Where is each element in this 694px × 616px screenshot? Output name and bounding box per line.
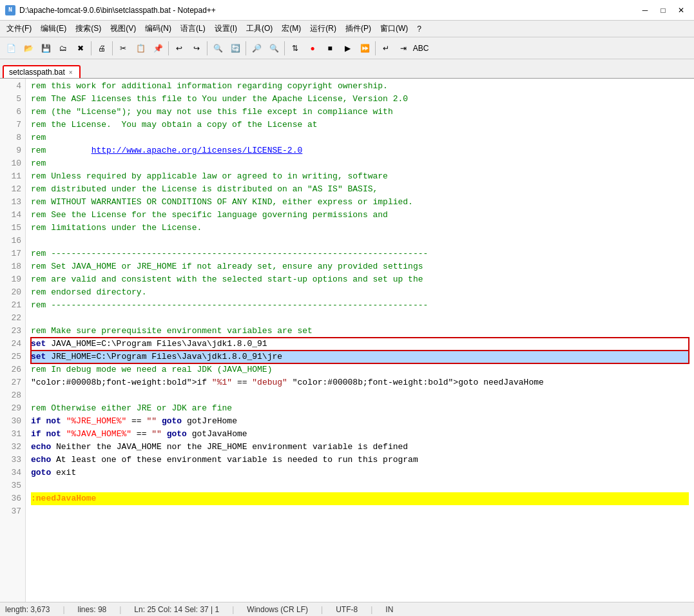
macro-stop-button[interactable]: ■ — [322, 40, 338, 57]
code-line — [31, 479, 689, 492]
line-number: 14 — [4, 209, 21, 222]
code-line: rem — [31, 157, 689, 170]
line-number: 31 — [4, 428, 21, 441]
line-number: 24 — [4, 338, 21, 351]
tab-close-button[interactable]: × — [68, 69, 74, 76]
indent-button[interactable]: ⇥ — [395, 40, 412, 57]
line-number: 7 — [4, 119, 21, 131]
menu-search[interactable]: 搜索(S) — [72, 22, 105, 35]
code-line: echo Neither the JAVA_HOME nor the JRE_H… — [31, 441, 689, 454]
line-number: 6 — [4, 106, 21, 119]
print-button[interactable]: 🖨 — [93, 40, 110, 57]
window-controls[interactable]: ─ □ ✕ — [637, 4, 689, 17]
line-number: 23 — [4, 325, 21, 338]
code-line: :needJavaHome — [31, 492, 689, 505]
line-number: 37 — [4, 505, 21, 518]
line-number: 35 — [4, 479, 21, 492]
line-number: 8 — [4, 131, 21, 144]
paste-button[interactable]: 📌 — [149, 40, 166, 57]
line-number: 25 — [4, 351, 21, 363]
code-line: if not "%JRE_HOME%" == "" goto gotJreHom… — [31, 415, 689, 428]
word-wrap-button[interactable]: ↵ — [378, 40, 394, 57]
menu-help[interactable]: ? — [413, 23, 425, 35]
code-line: rem Make sure prerequisite environment v… — [31, 325, 689, 338]
save-button[interactable]: 💾 — [37, 40, 54, 57]
toolbar: 📄 📂 💾 🗂 ✖ 🖨 ✂ 📋 📌 ↩ ↪ 🔍 🔄 🔎 🔍 ⇅ ● ■ ▶ ⏩ … — [0, 37, 694, 59]
zoom-in-button[interactable]: 🔎 — [248, 40, 265, 57]
code-line: rem ------------------------------------… — [31, 299, 689, 312]
code-line — [31, 389, 689, 402]
macro-rec-button[interactable]: ● — [304, 40, 321, 57]
menu-lang[interactable]: 语言(L) — [177, 22, 209, 35]
toolbar-sep-1 — [91, 41, 92, 55]
macro-run-button[interactable]: ⏩ — [356, 40, 373, 57]
line-numbers: 4567891011121314151617181920212223242526… — [0, 79, 26, 602]
menu-encode[interactable]: 编码(N) — [141, 22, 175, 35]
zoom-out-button[interactable]: 🔍 — [265, 40, 282, 57]
menu-plugins[interactable]: 插件(P) — [342, 22, 375, 35]
menu-edit[interactable]: 编辑(E) — [37, 22, 70, 35]
replace-button[interactable]: 🔄 — [227, 40, 244, 57]
status-cursor: Ln: 25 Col: 14 Sel: 37 | 1 — [134, 605, 219, 614]
line-number: 27 — [4, 376, 21, 389]
code-line: rem http://www.apache.org/licenses/LICEN… — [31, 144, 689, 157]
code-area[interactable]: rem this work for additional information… — [26, 79, 694, 602]
menu-window[interactable]: 窗口(W) — [376, 22, 412, 35]
line-number: 10 — [4, 157, 21, 170]
status-length: length: 3,673 — [5, 605, 50, 614]
line-number: 22 — [4, 312, 21, 325]
line-number: 34 — [4, 467, 21, 479]
menu-tools[interactable]: 工具(O) — [242, 22, 276, 35]
toolbar-sep-5 — [246, 41, 246, 55]
menu-view[interactable]: 视图(V) — [106, 22, 140, 35]
tab-setclasspath[interactable]: setclasspath.bat × — [3, 65, 81, 78]
close-button[interactable]: ✕ — [673, 4, 689, 17]
toolbar-sep-7 — [375, 41, 376, 55]
code-line: if not "%JAVA_HOME%" == "" goto gotJavaH… — [31, 428, 689, 441]
line-number: 36 — [4, 492, 21, 505]
tab-label: setclasspath.bat — [9, 68, 65, 77]
code-line — [31, 235, 689, 247]
menu-run[interactable]: 运行(R) — [306, 22, 340, 35]
minimize-button[interactable]: ─ — [637, 4, 653, 17]
maximize-button[interactable]: □ — [655, 4, 671, 17]
line-number: 29 — [4, 402, 21, 415]
menu-bar: 文件(F) 编辑(E) 搜索(S) 视图(V) 编码(N) 语言(L) 设置(I… — [0, 21, 694, 37]
copy-button[interactable]: 📋 — [132, 40, 149, 57]
cut-button[interactable]: ✂ — [115, 40, 131, 57]
open-button[interactable]: 📂 — [20, 40, 37, 57]
code-line: rem are valid and consistent with the se… — [31, 273, 689, 286]
code-line: rem the License. You may obtain a copy o… — [31, 119, 689, 131]
undo-button[interactable]: ↩ — [171, 40, 188, 57]
code-line: echo At least one of these environment v… — [31, 454, 689, 467]
menu-file[interactable]: 文件(F) — [3, 22, 35, 35]
menu-settings[interactable]: 设置(I) — [211, 22, 241, 35]
close-doc-button[interactable]: ✖ — [72, 40, 89, 57]
line-number: 33 — [4, 454, 21, 467]
menu-macro[interactable]: 宏(M) — [278, 22, 305, 35]
sync-scroll-button[interactable]: ⇅ — [287, 40, 304, 57]
find-button[interactable]: 🔍 — [209, 40, 226, 57]
code-line: rem this work for additional information… — [31, 80, 689, 93]
save-all-button[interactable]: 🗂 — [55, 40, 72, 57]
macro-play-button[interactable]: ▶ — [339, 40, 356, 57]
line-number: 18 — [4, 260, 21, 273]
toolbar-sep-6 — [284, 41, 285, 55]
tab-bar: setclasspath.bat × — [0, 59, 694, 79]
code-line: rem Otherwise either JRE or JDK are fine — [31, 402, 689, 415]
code-line: rem ------------------------------------… — [31, 247, 689, 260]
status-lines: lines: 98 — [78, 605, 107, 614]
new-button[interactable]: 📄 — [3, 40, 19, 57]
redo-button[interactable]: ↪ — [188, 40, 205, 57]
line-number: 15 — [4, 222, 21, 235]
code-line: rem limitations under the License. — [31, 222, 689, 235]
code-line — [31, 505, 689, 518]
toolbar-sep-2 — [112, 41, 113, 55]
line-number: 13 — [4, 196, 21, 209]
spellcheck-button[interactable]: ABC — [412, 40, 429, 57]
code-line: rem In debug mode we need a real JDK (JA… — [31, 363, 689, 376]
code-line: rem — [31, 131, 689, 144]
code-line: rem The ASF licenses this file to You un… — [31, 93, 689, 106]
line-number: 4 — [4, 80, 21, 93]
code-line: rem Unless required by applicable law or… — [31, 170, 689, 183]
